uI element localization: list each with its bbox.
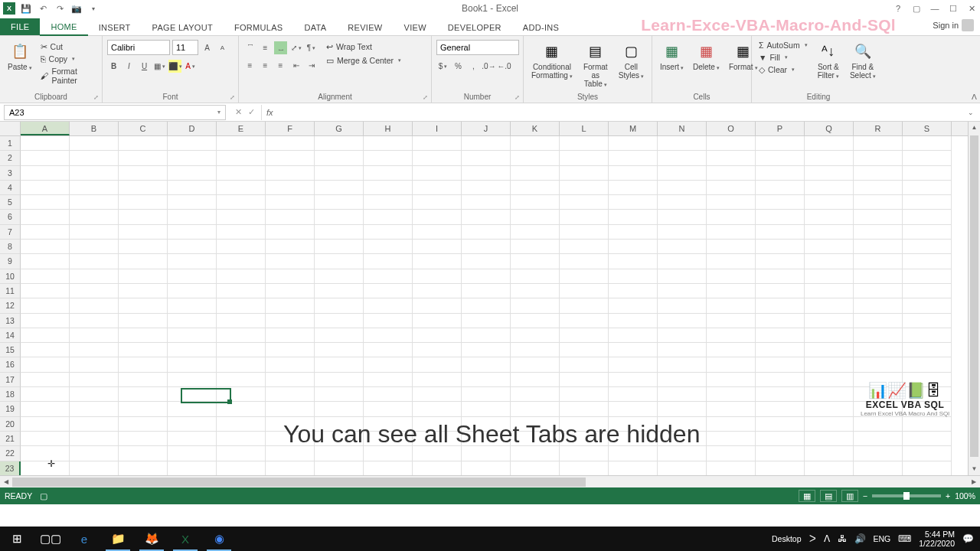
cell[interactable] (70, 432, 119, 446)
cell[interactable] (658, 225, 707, 240)
cell[interactable] (560, 210, 609, 224)
cell-styles-button[interactable]: ▢Cell Styles (616, 40, 647, 82)
cell[interactable] (462, 269, 511, 284)
cell[interactable] (462, 446, 511, 461)
cell[interactable] (315, 314, 364, 328)
scroll-down-icon[interactable]: ▼ (969, 463, 980, 475)
cell[interactable] (903, 136, 952, 151)
cell[interactable] (70, 254, 119, 269)
cell[interactable] (511, 225, 560, 240)
cell[interactable] (560, 402, 609, 416)
column-header[interactable]: O (707, 122, 756, 135)
cell[interactable] (658, 269, 707, 284)
cell[interactable] (609, 240, 658, 254)
cell[interactable] (658, 328, 707, 343)
column-header[interactable]: S (903, 122, 952, 135)
cell[interactable] (658, 357, 707, 372)
keyboard-icon[interactable]: ⌨ (898, 533, 911, 544)
cell[interactable] (70, 210, 119, 224)
zoom-level[interactable]: 100% (955, 491, 975, 500)
cell[interactable] (462, 254, 511, 269)
alignment-launcher-icon[interactable]: ⤢ (423, 94, 428, 101)
cell[interactable] (217, 373, 266, 387)
cell[interactable] (364, 166, 413, 181)
cell[interactable] (854, 181, 903, 195)
start-button[interactable]: ⊞ (0, 527, 34, 551)
cell[interactable] (315, 402, 364, 416)
cell[interactable] (756, 298, 805, 313)
cell[interactable] (413, 195, 462, 210)
cell[interactable] (854, 432, 903, 446)
cell[interactable] (707, 417, 756, 432)
cell[interactable] (756, 461, 805, 475)
ribbon-options-icon[interactable]: ▢ (908, 2, 925, 15)
cell[interactable] (217, 314, 266, 328)
cell[interactable] (854, 446, 903, 461)
cell[interactable] (119, 417, 168, 432)
cell[interactable] (511, 136, 560, 151)
cell[interactable] (609, 343, 658, 357)
cell[interactable] (756, 387, 805, 402)
cell[interactable] (805, 181, 854, 195)
cell[interactable] (413, 373, 462, 387)
row-header[interactable]: 4 (0, 181, 21, 195)
cell[interactable] (609, 284, 658, 298)
cell[interactable] (511, 387, 560, 402)
cell[interactable] (70, 284, 119, 298)
cell[interactable] (756, 357, 805, 372)
cell[interactable] (217, 284, 266, 298)
cell[interactable] (609, 328, 658, 343)
cell[interactable] (413, 357, 462, 372)
cell[interactable] (315, 181, 364, 195)
cell[interactable] (560, 166, 609, 181)
fill-button[interactable]: ▼Fill (756, 52, 810, 63)
cell[interactable] (413, 181, 462, 195)
cell[interactable] (805, 328, 854, 343)
cell[interactable] (413, 343, 462, 357)
cell[interactable] (70, 373, 119, 387)
zoom-in-icon[interactable]: + (946, 491, 950, 500)
cell[interactable] (119, 166, 168, 181)
cell[interactable] (462, 343, 511, 357)
cell[interactable] (658, 314, 707, 328)
maximize-icon[interactable]: ☐ (945, 2, 962, 15)
cell[interactable] (609, 195, 658, 210)
cell[interactable] (364, 387, 413, 402)
cell[interactable] (854, 151, 903, 165)
vscroll-thumb[interactable] (970, 135, 978, 457)
row-header[interactable]: 5 (0, 195, 21, 210)
cell[interactable] (903, 240, 952, 254)
cell[interactable] (21, 373, 70, 387)
cell[interactable] (266, 240, 315, 254)
cell[interactable] (903, 269, 952, 284)
cell[interactable] (364, 357, 413, 372)
cell[interactable] (805, 298, 854, 313)
cell[interactable] (70, 181, 119, 195)
cell[interactable] (658, 181, 707, 195)
cell[interactable] (21, 269, 70, 284)
cell[interactable] (266, 269, 315, 284)
cell[interactable] (511, 166, 560, 181)
cell[interactable] (609, 402, 658, 416)
cell[interactable] (658, 446, 707, 461)
cell[interactable] (21, 166, 70, 181)
tray-chevron-icon[interactable]: ᐳ (809, 533, 816, 544)
cell[interactable] (217, 446, 266, 461)
cell[interactable] (168, 402, 217, 416)
cell[interactable] (364, 446, 413, 461)
cell[interactable] (805, 225, 854, 240)
italic-button[interactable]: I (122, 60, 136, 73)
cell[interactable] (266, 195, 315, 210)
cell[interactable] (266, 298, 315, 313)
cell[interactable] (609, 166, 658, 181)
increase-indent-icon[interactable]: ⇥ (305, 59, 318, 72)
cell[interactable] (266, 284, 315, 298)
cell[interactable] (462, 136, 511, 151)
cell[interactable] (609, 136, 658, 151)
camera-icon[interactable]: 📷 (70, 2, 83, 15)
cell[interactable] (462, 314, 511, 328)
cell[interactable] (168, 298, 217, 313)
wrap-text-button[interactable]: ↩Wrap Text (324, 41, 403, 52)
row-header[interactable]: 22 (0, 446, 21, 461)
cell[interactable] (658, 195, 707, 210)
